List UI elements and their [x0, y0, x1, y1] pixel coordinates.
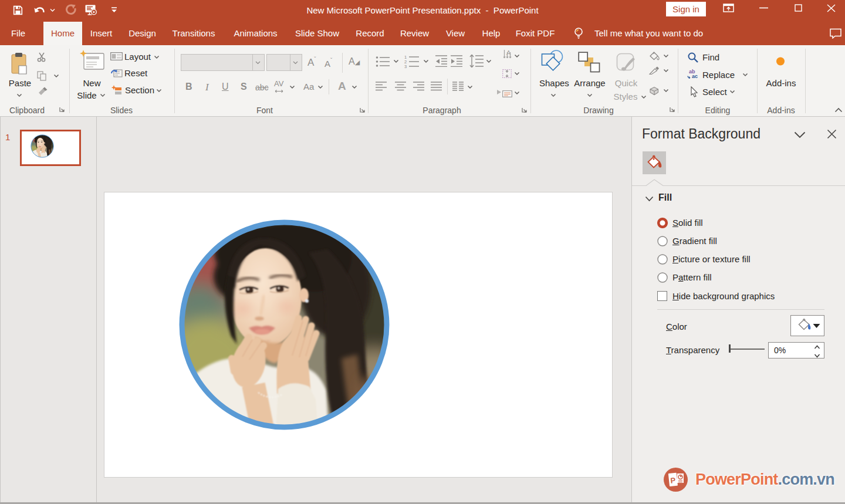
svg-text:ac: ac	[692, 73, 698, 79]
svg-text:3: 3	[404, 64, 407, 69]
svg-text:A: A	[506, 50, 511, 56]
